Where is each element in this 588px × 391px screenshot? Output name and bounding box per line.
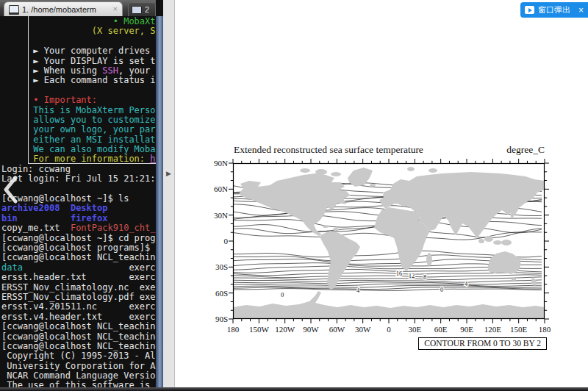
x-tick-label: 60W (322, 325, 351, 334)
terminal-line: ► Each command status is (1, 76, 156, 85)
tab-home-mobaxterm[interactable]: 1. /home/mobaxterm × (4, 1, 123, 16)
plot-title: Extended reconstructed sea surface tempe… (234, 144, 423, 156)
tab-2[interactable]: 2 (128, 2, 156, 16)
y-tick-label: 30N (203, 211, 228, 220)
terminal-line: allows you to customize o (1, 115, 156, 125)
terminal-line: either an MSI installatio (1, 135, 156, 145)
terminal-line: Login: ccwang (1, 165, 156, 174)
monitor-icon (9, 5, 19, 13)
terminal-line: [ccwang@localhost NCL_teaching] (1, 332, 156, 342)
terminal-line: your own logo, your param (1, 125, 156, 134)
plot-units-label: degree_C (506, 144, 545, 156)
play-icon (525, 6, 534, 14)
terminal-line: [ccwang@localhost NCL_teaching] (1, 342, 156, 351)
terminal-text: your own logo, your param (1, 124, 156, 134)
terminal-line: We can also modify MobaXt (1, 145, 156, 154)
terminal-text: ERSST_Nov_climatology.nc exerc (1, 282, 156, 293)
back-chevron-icon[interactable] (1, 176, 19, 204)
terminal-line: ersst.v4.header.txt exercis (1, 312, 156, 322)
terminal-text: ERSST_Nov_climatology.pdf exerc (1, 292, 156, 302)
terminal-text: allows you to customize o (1, 115, 156, 125)
terminal-text: This is MobaXterm Persona (1, 105, 156, 115)
contour-label: 12 (409, 272, 415, 279)
terminal-text: University Corporation for Atm (1, 361, 156, 371)
terminal-text: [ccwang@localhost programs]$ cd (1, 243, 156, 253)
terminal-line: [ccwang@localhost NCL_teaching] (1, 322, 156, 331)
terminal-text: [ccwang@localhost NCL_teaching] (1, 321, 156, 331)
terminal-text: copy_me.txt (1, 223, 71, 233)
terminal-text: ► Your DISPLAY is set to (1, 56, 156, 66)
terminal-line: data exerc (1, 263, 156, 273)
terminal-scrollbar[interactable] (156, 16, 163, 387)
tab-label: 2 (145, 5, 149, 14)
x-tick-label: 0 (374, 325, 404, 334)
terminal-line: ► Your computer drives a (1, 46, 156, 56)
desktop: { "popup_bar": { "label": "窗口弹出", "close… (0, 0, 588, 391)
terminal-text: [ccwang@localhost ~]$ ls (1, 193, 129, 204)
terminal-line: • MobaXte (1, 17, 156, 26)
y-tick-label: 60N (203, 184, 228, 193)
terminal-text: Last login: Fri Jul 15 21:21:03 (1, 173, 156, 184)
y-tick-label: 0 (203, 237, 228, 245)
landmasses (233, 167, 545, 319)
y-tick-label: 90S (203, 315, 228, 323)
x-tick-label: 150W (244, 325, 273, 334)
terminal-line: ERSST_Nov_climatology.nc exerc (1, 283, 156, 293)
terminal-text: Login: ccwang (1, 164, 71, 174)
x-tick-label: 180 (218, 325, 248, 334)
monitor-icon (132, 6, 142, 14)
terminal-line: University Corporation for Atm (1, 362, 156, 371)
x-tick-label: 150E (504, 325, 534, 334)
ncl-plot-window: Extended reconstructed sea surface tempe… (175, 0, 588, 387)
x-tick-label: 120E (478, 325, 507, 334)
popup-button-label: 窗口弹出 (538, 4, 570, 15)
terminal-text: ► When using (1, 65, 102, 76)
popup-window-button[interactable]: 窗口弹出 × (520, 2, 588, 18)
world-sst-contour-map: 161284040 (233, 163, 545, 319)
terminal-line: ERSST_Nov_climatology.pdf exerc (1, 293, 156, 302)
contour-label: 8 (423, 273, 426, 281)
terminal-line: Copyright (C) 1995-2013 - All (1, 351, 156, 361)
sidebar-expand-arrow-icon[interactable]: ▶ (163, 170, 174, 177)
terminal-text: bin firefox (1, 213, 108, 223)
y-tick-label: 60S (203, 289, 228, 298)
banner-box-left-border (28, 16, 29, 164)
y-tick-label: 90N (203, 159, 228, 168)
terminal-line: ersst.header.txt exercis (1, 273, 156, 282)
terminal-line: [ccwang@localhost programs]$ cd (1, 243, 156, 253)
terminal-text: [ccwang@localhost NCL_teaching] (1, 341, 156, 351)
tab-label: 1. /home/mobaxterm (22, 5, 96, 14)
terminal-output[interactable]: • MobaXte (X server, SS ► Your computer … (1, 16, 156, 388)
screen-bottom-edge (0, 387, 588, 391)
mobaxterm-window: 1. /home/mobaxterm × 2 • MobaXte (X serv… (0, 0, 175, 387)
contour-label: 0 (281, 291, 284, 298)
terminal-text: archive2008 Desktop (1, 203, 108, 213)
x-tick-label: 30W (348, 325, 378, 334)
sidebar-collapsed-strip (163, 0, 175, 387)
terminal-line: archive2008 Desktop (1, 204, 156, 213)
contour-label: 0 (440, 286, 443, 293)
tab-close-icon[interactable]: × (113, 5, 118, 13)
terminal-text: [ccwang@localhost NCL_teaching] (1, 252, 156, 262)
popup-close-icon[interactable]: × (578, 5, 584, 15)
contour-label: 16 (396, 270, 403, 277)
tab-bar: 1. /home/mobaxterm × 2 (0, 0, 156, 16)
terminal-line: NCAR Command Language Version (1, 371, 156, 381)
terminal-line: ► Your DISPLAY is set to (1, 57, 156, 66)
x-tick-label: 90W (296, 325, 326, 334)
banner-box-bottom-border (28, 163, 156, 164)
contour-label: 4 (465, 280, 468, 287)
terminal-text: ersst.v4.header.txt exercis (1, 312, 156, 322)
terminal-text: ersst.v4.201511.nc exercis (1, 301, 156, 312)
terminal-text: NCAR Command Language Version (1, 370, 156, 381)
terminal-line: copy_me.txt FontPack910_cht_i4 (1, 223, 156, 233)
terminal-line: [ccwang@localhost ~]$ cd progra (1, 234, 156, 243)
terminal-line: (X server, SS (1, 26, 156, 36)
terminal-line: [ccwang@localhost NCL_teaching] (1, 253, 156, 262)
terminal-line: ► When using SSH, your re (1, 66, 156, 76)
y-tick-label: 30S (203, 262, 228, 271)
x-tick-label: 120W (270, 325, 300, 334)
terminal-text: SSH (102, 65, 118, 76)
terminal-text: FontPack910_cht_i4 (71, 223, 156, 233)
terminal-text: exerc (23, 262, 156, 273)
